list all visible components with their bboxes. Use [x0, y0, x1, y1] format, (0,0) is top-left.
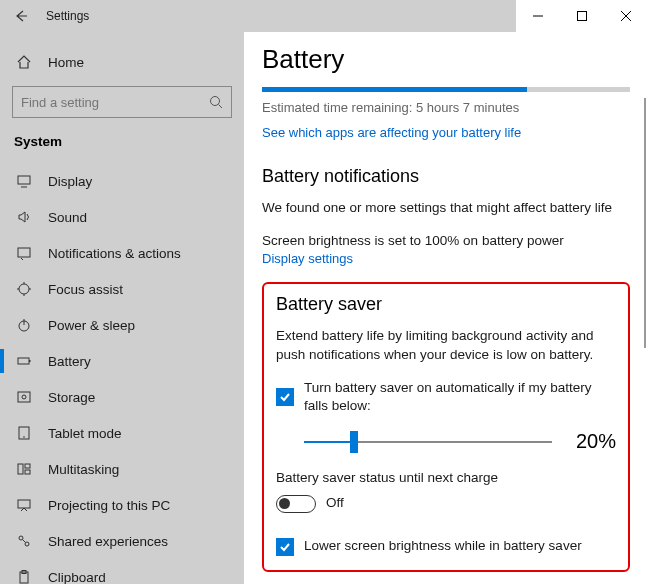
- status-label: Battery saver status until next charge: [276, 469, 616, 488]
- search-box[interactable]: [12, 86, 232, 118]
- sidebar-item-label: Notifications & actions: [48, 246, 181, 261]
- sidebar-item-battery[interactable]: Battery: [0, 343, 244, 379]
- svg-rect-6: [18, 248, 30, 257]
- sidebar-item-sound[interactable]: Sound: [0, 199, 244, 235]
- sidebar: Home System DisplaySoundNotifications & …: [0, 32, 244, 584]
- status-value: Off: [326, 494, 344, 513]
- sidebar-item-power[interactable]: Power & sleep: [0, 307, 244, 343]
- search-input[interactable]: [21, 95, 209, 110]
- svg-point-16: [23, 436, 25, 438]
- sidebar-heading: System: [0, 130, 244, 163]
- sidebar-item-label: Projecting to this PC: [48, 498, 170, 513]
- svg-rect-18: [25, 464, 30, 468]
- sound-icon: [14, 207, 34, 227]
- minimize-button[interactable]: [516, 0, 560, 32]
- titlebar: Settings: [0, 0, 648, 32]
- svg-point-21: [19, 536, 23, 540]
- sidebar-item-label: Multitasking: [48, 462, 119, 477]
- notifications-body: We found one or more settings that might…: [262, 199, 630, 218]
- lower-brightness-row[interactable]: Lower screen brightness while in battery…: [276, 537, 616, 556]
- svg-rect-11: [18, 358, 29, 364]
- multitask-icon: [14, 459, 34, 479]
- checkbox-checked-icon: [276, 388, 294, 406]
- sidebar-item-projecting[interactable]: Projecting to this PC: [0, 487, 244, 523]
- search-icon: [209, 95, 223, 109]
- sidebar-item-label: Shared experiences: [48, 534, 168, 549]
- storage-icon: [14, 387, 34, 407]
- notifications-heading: Battery notifications: [262, 166, 630, 187]
- sidebar-home[interactable]: Home: [0, 44, 244, 80]
- page-title: Battery: [262, 44, 630, 75]
- projecting-icon: [14, 495, 34, 515]
- svg-rect-20: [18, 500, 30, 508]
- display-icon: [14, 171, 34, 191]
- clipboard-icon: [14, 567, 34, 584]
- sidebar-item-multitask[interactable]: Multitasking: [0, 451, 244, 487]
- svg-point-14: [22, 395, 26, 399]
- svg-rect-12: [29, 360, 31, 362]
- close-icon: [621, 11, 631, 21]
- sidebar-item-label: Sound: [48, 210, 87, 225]
- apps-link[interactable]: See which apps are affecting your batter…: [262, 125, 630, 140]
- content-pane: Battery Estimated time remaining: 5 hour…: [244, 32, 648, 584]
- sidebar-home-label: Home: [48, 55, 84, 70]
- battery-saver-section: Battery saver Extend battery life by lim…: [262, 282, 630, 572]
- checkbox-checked-icon: [276, 538, 294, 556]
- close-button[interactable]: [604, 0, 648, 32]
- svg-line-3: [219, 105, 223, 109]
- sidebar-item-tablet[interactable]: Tablet mode: [0, 415, 244, 451]
- sidebar-item-storage[interactable]: Storage: [0, 379, 244, 415]
- auto-checkbox-row[interactable]: Turn battery saver on automatically if m…: [276, 379, 616, 417]
- svg-point-22: [25, 542, 29, 546]
- auto-label: Turn battery saver on automatically if m…: [304, 379, 616, 417]
- sidebar-item-label: Clipboard: [48, 570, 106, 585]
- svg-rect-1: [578, 12, 587, 21]
- svg-point-2: [211, 97, 220, 106]
- focus-icon: [14, 279, 34, 299]
- svg-rect-4: [18, 176, 30, 184]
- battery-icon: [14, 351, 34, 371]
- display-settings-link[interactable]: Display settings: [262, 251, 630, 266]
- sidebar-item-label: Power & sleep: [48, 318, 135, 333]
- sidebar-item-label: Focus assist: [48, 282, 123, 297]
- back-button[interactable]: [0, 9, 40, 23]
- svg-rect-17: [18, 464, 23, 474]
- status-toggle[interactable]: [276, 495, 316, 513]
- sidebar-item-label: Display: [48, 174, 92, 189]
- shared-icon: [14, 531, 34, 551]
- lower-label: Lower screen brightness while in battery…: [304, 537, 582, 556]
- maximize-button[interactable]: [560, 0, 604, 32]
- threshold-slider[interactable]: [304, 441, 552, 443]
- saver-heading: Battery saver: [276, 294, 616, 315]
- svg-line-7: [21, 258, 23, 260]
- sidebar-item-label: Tablet mode: [48, 426, 122, 441]
- sidebar-item-display[interactable]: Display: [0, 163, 244, 199]
- home-icon: [14, 52, 34, 72]
- svg-rect-13: [18, 392, 30, 402]
- tablet-icon: [14, 423, 34, 443]
- svg-point-8: [19, 284, 29, 294]
- minimize-icon: [533, 11, 543, 21]
- arrow-left-icon: [13, 9, 27, 23]
- sidebar-item-notifications[interactable]: Notifications & actions: [0, 235, 244, 271]
- maximize-icon: [577, 11, 587, 21]
- sidebar-item-label: Battery: [48, 354, 91, 369]
- brightness-msg: Screen brightness is set to 100% on batt…: [262, 232, 630, 251]
- sidebar-item-shared[interactable]: Shared experiences: [0, 523, 244, 559]
- sidebar-item-label: Storage: [48, 390, 95, 405]
- scrollbar[interactable]: [644, 98, 646, 348]
- sidebar-item-focus[interactable]: Focus assist: [0, 271, 244, 307]
- window-title: Settings: [40, 9, 89, 23]
- slider-thumb[interactable]: [350, 431, 358, 453]
- battery-bar: [262, 87, 630, 92]
- svg-line-23: [23, 540, 26, 543]
- power-icon: [14, 315, 34, 335]
- svg-rect-19: [25, 470, 30, 474]
- sidebar-item-clipboard[interactable]: Clipboard: [0, 559, 244, 584]
- notifications-icon: [14, 243, 34, 263]
- threshold-value: 20%: [576, 430, 616, 453]
- estimate-text: Estimated time remaining: 5 hours 7 minu…: [262, 100, 630, 115]
- saver-desc: Extend battery life by limiting backgrou…: [276, 327, 616, 365]
